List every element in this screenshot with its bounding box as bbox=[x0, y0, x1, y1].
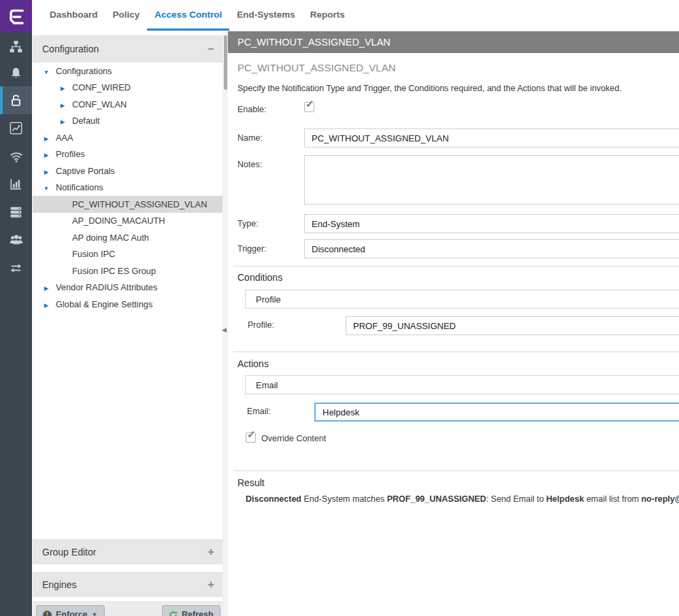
override-content-checkbox[interactable] bbox=[246, 432, 256, 443]
result-segment: no-reply@j bbox=[641, 494, 679, 504]
collapse-panel-icon[interactable]: − bbox=[208, 44, 214, 55]
chevron-down-icon: ▼ bbox=[92, 611, 98, 616]
expanded-arrow-icon[interactable] bbox=[42, 66, 50, 76]
collapsed-arrow-icon[interactable] bbox=[59, 116, 67, 126]
email-input[interactable] bbox=[314, 403, 679, 422]
name-label: Name: bbox=[237, 133, 263, 143]
panel-splitter[interactable] bbox=[222, 31, 228, 616]
profile-input[interactable] bbox=[346, 316, 679, 335]
tree-item-fusion-ipc[interactable]: Fusion IPC bbox=[33, 246, 222, 263]
override-content-label: Override Content bbox=[261, 434, 326, 443]
notes-label: Notes: bbox=[237, 160, 262, 169]
refresh-button[interactable]: Refresh bbox=[162, 605, 220, 616]
tree-item-configurations[interactable]: Configurations bbox=[33, 63, 222, 80]
section-divider bbox=[233, 470, 679, 471]
configuration-tree: Configurations CONF_WIRED CONF_WLAN Defa… bbox=[33, 63, 222, 313]
enable-label: Enable: bbox=[237, 105, 266, 114]
expand-panel-icon[interactable]: + bbox=[208, 545, 214, 559]
tree-item-fusion-ipc-es-group[interactable]: Fusion IPC ES Group bbox=[33, 262, 222, 279]
wireless-wifi-icon[interactable] bbox=[0, 142, 32, 170]
section-divider bbox=[233, 266, 679, 267]
result-segment: : Send Email to bbox=[486, 494, 546, 504]
tree-item-default[interactable]: Default bbox=[33, 113, 222, 130]
tab-policy[interactable]: Policy bbox=[105, 0, 148, 31]
extreme-logo bbox=[0, 0, 32, 32]
conditions-heading: Conditions bbox=[237, 272, 282, 283]
result-segment: PROF_99_UNASSIGNED bbox=[387, 494, 486, 504]
tree-item-pc-without-assigned-vlan[interactable]: PC_WITHOUT_ASSIGNED_VLAN bbox=[33, 196, 222, 213]
tree-item-ap-doing-macauth[interactable]: AP_DOING_MACAUTH bbox=[33, 213, 222, 230]
trigger-input[interactable] bbox=[304, 239, 679, 258]
tree-item-vendor-radius-attributes[interactable]: Vendor RADIUS Attributes bbox=[33, 279, 222, 296]
tree-item-captive-portals[interactable]: Captive Portals bbox=[33, 162, 222, 179]
refresh-button-label: Refresh bbox=[182, 610, 214, 616]
group-editor-panel-header[interactable]: Group Editor + bbox=[33, 539, 222, 564]
notes-textarea[interactable] bbox=[304, 155, 679, 205]
tree-item-aaa[interactable]: AAA bbox=[33, 129, 222, 146]
result-segment: Disconnected bbox=[246, 494, 301, 504]
network-icon[interactable] bbox=[0, 33, 32, 61]
group-editor-title: Group Editor bbox=[42, 547, 208, 558]
sync-arrows-icon[interactable] bbox=[0, 254, 32, 282]
result-heading: Result bbox=[237, 477, 265, 488]
detail-description: Specify the Notification Type and Trigge… bbox=[237, 84, 622, 93]
collapsed-arrow-icon[interactable] bbox=[42, 166, 50, 176]
tree-item-ap-doing-mac-auth[interactable]: AP doing MAC Auth bbox=[33, 229, 222, 246]
type-label: Type: bbox=[237, 219, 259, 228]
tab-dashboard[interactable]: Dashboard bbox=[42, 0, 105, 31]
result-text: Disconnected End-System matches PROF_99_… bbox=[246, 494, 679, 504]
warning-icon: ! bbox=[43, 611, 52, 616]
devices-server-icon[interactable] bbox=[0, 198, 32, 226]
collapsed-arrow-icon[interactable] bbox=[59, 82, 67, 92]
type-input[interactable] bbox=[304, 214, 679, 233]
configuration-panel-header[interactable]: Configuration − bbox=[33, 35, 222, 63]
result-segment: Helpdesk bbox=[546, 494, 584, 504]
trigger-label: Trigger: bbox=[237, 244, 267, 254]
collapsed-arrow-icon[interactable] bbox=[42, 133, 50, 143]
notification-detail-panel: PC_WITHOUT_ASSIGNED_VLAN PC_WITHOUT_ASSI… bbox=[228, 31, 679, 616]
enforce-button[interactable]: ! Enforce ▼ bbox=[36, 605, 105, 616]
configuration-panel: Configuration − Configurations CONF_WIRE… bbox=[33, 35, 222, 313]
section-divider bbox=[233, 352, 679, 352]
action-row-email[interactable]: Email bbox=[245, 375, 679, 394]
collapsed-arrow-icon[interactable] bbox=[42, 299, 50, 309]
alarms-bell-icon[interactable] bbox=[0, 59, 32, 87]
users-group-icon[interactable] bbox=[0, 226, 32, 254]
action-row-label: Email bbox=[256, 380, 278, 390]
enable-checkbox[interactable] bbox=[304, 102, 314, 112]
tab-end-systems[interactable]: End-Systems bbox=[229, 0, 303, 31]
enforce-button-label: Enforce bbox=[56, 610, 88, 616]
result-segment: email list from bbox=[584, 494, 641, 504]
detail-subtitle: PC_WITHOUT_ASSIGNED_VLAN bbox=[237, 62, 396, 73]
collapsed-arrow-icon[interactable] bbox=[42, 282, 50, 292]
expand-panel-icon[interactable]: + bbox=[208, 578, 214, 592]
tree-item-profiles[interactable]: Profiles bbox=[33, 146, 222, 163]
detail-title: PC_WITHOUT_ASSIGNED_VLAN bbox=[237, 37, 391, 48]
extreme-logo-icon bbox=[6, 6, 27, 27]
email-label: Email: bbox=[247, 407, 271, 416]
tree-item-notifications[interactable]: Notifications bbox=[33, 179, 222, 196]
condition-row-label: Profile bbox=[256, 294, 281, 305]
tab-reports[interactable]: Reports bbox=[303, 0, 352, 31]
result-segment: End-System matches bbox=[301, 494, 387, 504]
configuration-panel-title: Configuration bbox=[42, 44, 208, 54]
app-window: Dashboard Policy Access Control End-Syst… bbox=[0, 0, 679, 616]
collapsed-arrow-icon[interactable] bbox=[59, 99, 67, 109]
reports-barchart-icon[interactable] bbox=[0, 170, 32, 198]
tree-item-conf-wired[interactable]: CONF_WIRED bbox=[33, 80, 222, 97]
collapsed-arrow-icon[interactable] bbox=[42, 149, 50, 159]
tree-scrollbar-thumb[interactable] bbox=[224, 35, 227, 90]
condition-row-profile[interactable]: Profile bbox=[245, 290, 679, 309]
tab-access-control[interactable]: Access Control bbox=[147, 0, 229, 31]
top-nav: Dashboard Policy Access Control End-Syst… bbox=[32, 0, 679, 31]
actions-heading: Actions bbox=[237, 358, 269, 369]
tree-item-conf-wlan[interactable]: CONF_WLAN bbox=[33, 96, 222, 113]
collapse-left-panel-icon[interactable]: ◀ bbox=[222, 326, 227, 333]
name-input[interactable] bbox=[304, 129, 679, 148]
access-control-lock-icon[interactable] bbox=[0, 86, 32, 114]
engines-panel-header[interactable]: Engines + bbox=[33, 572, 222, 597]
tree-item-global-engine-settings[interactable]: Global & Engine Settings bbox=[33, 296, 222, 313]
detail-title-bar: PC_WITHOUT_ASSIGNED_VLAN bbox=[228, 31, 679, 53]
analytics-trend-icon[interactable] bbox=[0, 114, 32, 142]
expanded-arrow-icon[interactable] bbox=[42, 182, 50, 192]
